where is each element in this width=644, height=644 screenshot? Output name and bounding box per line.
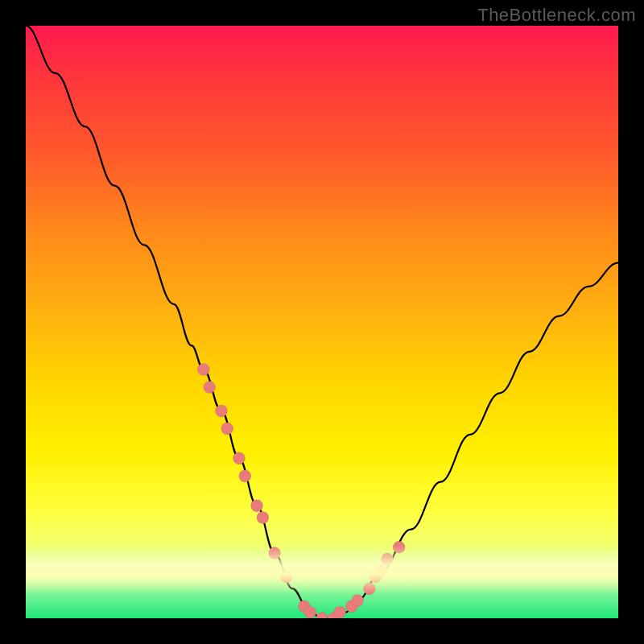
svg-point-17 <box>363 583 375 595</box>
svg-point-1 <box>204 381 216 393</box>
svg-point-7 <box>257 511 269 523</box>
highlighted-points <box>197 363 405 618</box>
svg-point-5 <box>239 470 251 482</box>
svg-point-14 <box>334 606 346 618</box>
svg-point-0 <box>197 363 209 375</box>
svg-point-15 <box>345 601 357 613</box>
svg-point-2 <box>215 405 227 417</box>
watermark-text: TheBottleneck.com <box>477 5 636 26</box>
svg-point-9 <box>280 571 292 583</box>
svg-point-6 <box>251 500 263 512</box>
bottleneck-curve <box>26 26 618 618</box>
svg-point-21 <box>393 541 405 553</box>
svg-point-3 <box>221 423 233 435</box>
curve-layer <box>26 26 618 618</box>
plot-area <box>26 26 618 618</box>
svg-point-8 <box>269 547 281 559</box>
chart-frame: TheBottleneck.com <box>0 0 644 644</box>
svg-point-13 <box>328 613 340 619</box>
svg-point-4 <box>233 452 245 464</box>
svg-point-16 <box>352 594 364 606</box>
svg-point-11 <box>304 606 316 618</box>
svg-point-18 <box>369 571 382 583</box>
svg-point-12 <box>316 613 328 619</box>
svg-point-20 <box>381 553 393 565</box>
svg-point-19 <box>375 565 387 577</box>
svg-point-10 <box>298 601 310 613</box>
